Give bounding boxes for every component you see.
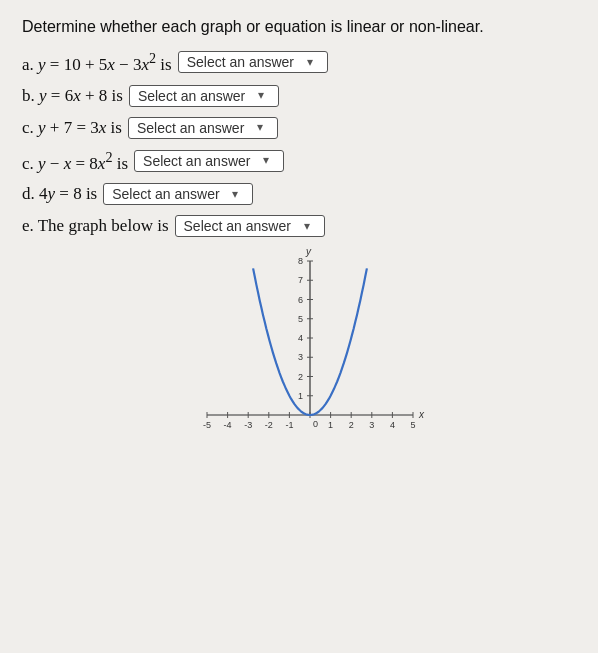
svg-text:2: 2 — [298, 372, 303, 382]
select-c1[interactable]: Select an answerLinearNon-linear — [137, 120, 271, 136]
question-label-b: b. y = 6x + 8 is — [22, 86, 123, 106]
svg-text:-3: -3 — [244, 420, 252, 430]
question-label-e: e. The graph below is — [22, 216, 169, 236]
svg-text:7: 7 — [298, 276, 303, 286]
svg-text:0: 0 — [313, 419, 318, 429]
select-wrapper-b[interactable]: Select an answerLinearNon-linear▾ — [129, 85, 279, 107]
select-c2[interactable]: Select an answerLinearNon-linear — [143, 153, 277, 169]
svg-text:y: y — [305, 247, 312, 257]
graph-container: -5 -4 -3 -2 -1 1 2 3 4 5 1 2 3 — [22, 247, 576, 437]
parabola-graph: -5 -4 -3 -2 -1 1 2 3 4 5 1 2 3 — [169, 247, 429, 437]
svg-text:4: 4 — [298, 333, 303, 343]
question-label-c2: c. y − x = 8x2 is — [22, 149, 128, 174]
select-b[interactable]: Select an answerLinearNon-linear — [138, 88, 272, 104]
select-wrapper-d[interactable]: Select an answerLinearNon-linear▾ — [103, 183, 253, 205]
question-label-d: d. 4y = 8 is — [22, 184, 97, 204]
select-wrapper-a[interactable]: Select an answerLinearNon-linear▾ — [178, 51, 328, 73]
svg-text:-1: -1 — [285, 420, 293, 430]
select-wrapper-c2[interactable]: Select an answerLinearNon-linear▾ — [134, 150, 284, 172]
svg-text:1: 1 — [328, 420, 333, 430]
select-wrapper-e[interactable]: Select an answerLinearNon-linear▾ — [175, 215, 325, 237]
question-label-c1: c. y + 7 = 3x is — [22, 118, 122, 138]
question-block-b: b. y = 6x + 8 isSelect an answerLinearNo… — [22, 85, 576, 107]
select-wrapper-c1[interactable]: Select an answerLinearNon-linear▾ — [128, 117, 278, 139]
question-label-a: a. y = 10 + 5x − 3x2 is — [22, 50, 172, 75]
svg-text:5: 5 — [410, 420, 415, 430]
svg-text:8: 8 — [298, 256, 303, 266]
select-e[interactable]: Select an answerLinearNon-linear — [184, 218, 318, 234]
svg-text:6: 6 — [298, 295, 303, 305]
select-d[interactable]: Select an answerLinearNon-linear — [112, 186, 246, 202]
select-a[interactable]: Select an answerLinearNon-linear — [187, 54, 321, 70]
svg-text:2: 2 — [349, 420, 354, 430]
svg-text:-4: -4 — [224, 420, 232, 430]
svg-text:3: 3 — [298, 353, 303, 363]
svg-text:4: 4 — [390, 420, 395, 430]
title: Determine whether each graph or equation… — [22, 18, 576, 36]
question-block-c1: c. y + 7 = 3x isSelect an answerLinearNo… — [22, 117, 576, 139]
svg-text:x: x — [418, 409, 425, 420]
question-block-d: d. 4y = 8 isSelect an answerLinearNon-li… — [22, 183, 576, 205]
svg-text:-5: -5 — [203, 420, 211, 430]
svg-text:5: 5 — [298, 314, 303, 324]
svg-text:-2: -2 — [265, 420, 273, 430]
question-block-e: e. The graph below isSelect an answerLin… — [22, 215, 576, 237]
question-block-a: a. y = 10 + 5x − 3x2 isSelect an answerL… — [22, 50, 576, 75]
question-block-c2: c. y − x = 8x2 isSelect an answerLinearN… — [22, 149, 576, 174]
svg-text:3: 3 — [369, 420, 374, 430]
svg-text:1: 1 — [298, 391, 303, 401]
